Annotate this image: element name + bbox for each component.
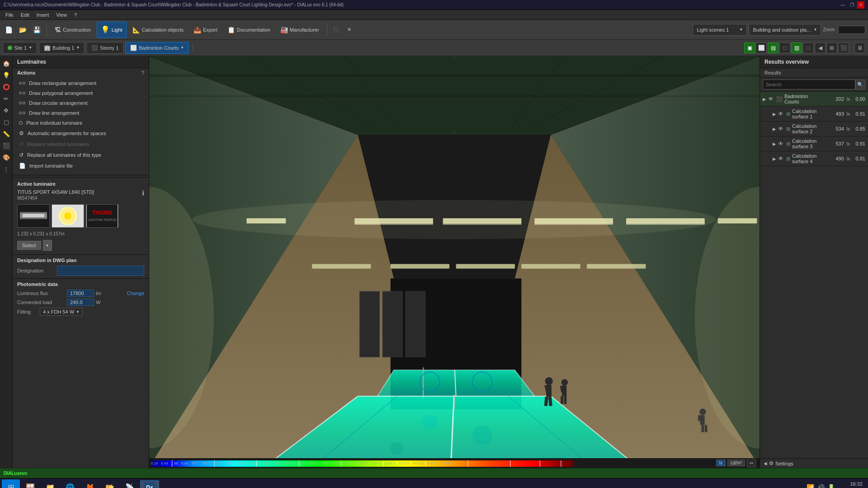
menu-view[interactable]: View — [52, 11, 71, 19]
taskbar-dialux-app[interactable]: Dx — [140, 480, 159, 488]
menu-edit[interactable]: Edit — [17, 11, 33, 19]
sidebar-more-icon[interactable]: ⋮ — [1, 164, 12, 174]
taskbar-app-3[interactable]: 🌐 — [61, 480, 80, 488]
storey-button[interactable]: ⬛ Storey 1 — [86, 42, 123, 54]
sidebar-layers-icon[interactable]: ⬛ — [1, 140, 12, 151]
tree-item-calc-surface-4[interactable]: ▶ 👁 ⊞ Calculation surface 4 490 lx 0.91 — [760, 151, 868, 166]
sidebar-palette-icon[interactable]: 🎨 — [1, 152, 12, 163]
monitor-button[interactable]: 🖥 — [854, 42, 865, 53]
unit-cdm2-button[interactable]: cd/m² — [727, 460, 745, 466]
construction-button[interactable]: 🏗 Construction — [51, 22, 95, 38]
change-button[interactable]: Change — [127, 291, 144, 296]
collapse-panel-icon[interactable]: ◀ — [764, 461, 767, 466]
tree-item-badminton-courts[interactable]: ▶ 👁 ⬛ Badminton Courts 202 lx 0.00 — [760, 92, 868, 107]
tree-expand-sub-1-icon[interactable]: ▶ — [773, 112, 776, 117]
room-button[interactable]: ⬜ Badminton Courts ▼ — [125, 42, 189, 54]
toolbar-icon-btn-1[interactable]: ⬛ — [331, 22, 344, 38]
menu-help[interactable]: ? — [71, 11, 80, 19]
tree-eye-sub-1-icon[interactable]: 👁 — [778, 111, 784, 117]
designation-input[interactable] — [57, 266, 144, 276]
sidebar-select-icon[interactable]: ▢ — [1, 117, 12, 127]
maximize-button[interactable]: ❐ — [848, 1, 855, 9]
select-arrow-icon[interactable]: ▼ — [43, 240, 52, 251]
view-btn-5[interactable]: ▧ — [791, 42, 802, 53]
menu-file[interactable]: File — [2, 11, 17, 19]
viewport[interactable]: 0.10 0.43 1.86 6.04 34.7 150.0 171.0 196… — [149, 56, 760, 468]
taskbar-app-6[interactable]: 📡 — [120, 480, 139, 488]
building-dropdown[interactable]: Building and outdoor pla... ▼ — [749, 24, 821, 36]
close-button[interactable]: ✕ — [857, 1, 864, 9]
settings-button[interactable]: ⚙ Settings — [769, 460, 793, 466]
tray-clock[interactable]: 16:32 07/09/2016 — [838, 481, 863, 488]
actions-help-icon[interactable]: ? — [142, 70, 144, 75]
sidebar-edit-icon[interactable]: ✏ — [1, 93, 12, 104]
fitting-value: 4 x FDH 54 W — [43, 309, 74, 314]
taskbar-app-2[interactable]: 📁 — [41, 480, 60, 488]
tree-expand-icon[interactable]: ▶ — [763, 97, 766, 102]
action-line[interactable]: Draw line arrangement — [13, 108, 149, 118]
taskbar-app-5[interactable]: 📂 — [100, 480, 119, 488]
light-button[interactable]: 💡 Light — [97, 22, 127, 38]
site-button[interactable]: Site 1 ▼ — [3, 42, 37, 54]
view-btn-layout[interactable]: ⊞ — [826, 42, 837, 53]
action-import[interactable]: 📄 Import luminaire file — [13, 160, 149, 171]
manufacturer-button[interactable]: 🏭 Manufacturer — [276, 22, 323, 38]
tree-calc-3-ratio: 0.91 — [852, 141, 865, 146]
tree-item-calc-surface-3[interactable]: ▶ 👁 ⊞ Calculation surface 3 537 lx 0.91 — [760, 136, 868, 151]
sidebar-home-icon[interactable]: 🏠 — [1, 58, 12, 69]
toolbar-open-button[interactable]: 📂 — [17, 22, 29, 38]
taskbar-app-4[interactable]: 🦊 — [80, 480, 99, 488]
sidebar-move-icon[interactable]: ✥ — [1, 105, 12, 116]
sidebar-measure-icon[interactable]: 📏 — [1, 128, 12, 139]
menu-insert[interactable]: Insert — [33, 11, 53, 19]
zoom-input[interactable] — [838, 26, 865, 34]
search-button[interactable]: 🔍 — [855, 80, 865, 89]
tree-expand-sub-4-icon[interactable]: ▶ — [773, 156, 776, 161]
tray-network-icon[interactable]: 📶 — [807, 484, 814, 488]
luminaire-info-icon[interactable]: ℹ — [142, 189, 144, 197]
view-btn-2[interactable]: ⬜ — [756, 42, 767, 53]
view-btn-back[interactable]: ◀ — [815, 42, 826, 53]
tree-item-calc-surface-1[interactable]: ▶ 👁 ⊞ Calculation surface 1 493 lx 0.91 — [760, 107, 868, 122]
view-btn-4[interactable]: □ — [779, 42, 790, 53]
start-button[interactable]: ⊞ — [2, 479, 20, 488]
building-nav-button[interactable]: 🏢 Building 1 ▼ — [39, 42, 85, 54]
action-individual[interactable]: Place individual luminaire — [13, 118, 149, 128]
tree-item-calc-surface-2[interactable]: ▶ 👁 ⊞ Calculation surface 2 534 lx 0.85 — [760, 122, 868, 136]
view-btn-6[interactable]: □ — [803, 42, 814, 53]
select-button[interactable]: Select — [17, 241, 41, 250]
tree-eye-sub-3-icon[interactable]: 👁 — [778, 141, 784, 147]
results-label: Results — [760, 68, 868, 78]
view-btn-1[interactable]: ▣ — [744, 42, 755, 53]
action-polygonal[interactable]: Draw polygonal arrangement — [13, 88, 149, 98]
tree-eye-sub-2-icon[interactable]: 👁 — [778, 126, 784, 132]
calc-objects-button[interactable]: 📐 Calculation objects — [128, 22, 188, 38]
toolbar-save-button[interactable]: 💾 — [31, 22, 43, 38]
tray-battery-icon[interactable]: 🔋 — [827, 484, 835, 488]
tree-expand-sub-2-icon[interactable]: ▶ — [773, 127, 776, 131]
taskbar-app-1[interactable]: 🪟 — [21, 480, 40, 488]
action-rectangular[interactable]: Draw rectangular arrangement — [13, 78, 149, 88]
action-auto[interactable]: ⚙ Automatic arrangements for spaces — [13, 128, 149, 139]
search-input[interactable] — [763, 80, 855, 89]
tree-expand-sub-3-icon[interactable]: ▶ — [773, 141, 776, 146]
active-luminaire-title: Active luminaire — [17, 181, 144, 187]
fitting-select[interactable]: 4 x FDH 54 W ▼ — [40, 308, 83, 316]
tree-eye-sub-4-icon[interactable]: 👁 — [778, 155, 784, 162]
view-btn-screen[interactable]: ⬛ — [838, 42, 849, 53]
documentation-button[interactable]: 📋 Documentation — [223, 22, 274, 38]
action-circular[interactable]: Draw circular arrangement — [13, 98, 149, 108]
expand-colorbar-icon[interactable]: ⇔ — [747, 458, 756, 467]
tree-eye-icon[interactable]: 👁 — [768, 96, 774, 102]
sidebar-light-icon[interactable]: 💡 — [1, 70, 12, 80]
light-scenes-dropdown[interactable]: Light scenes 1 ▼ — [693, 24, 747, 36]
export-button[interactable]: 📤 Export — [189, 22, 222, 38]
tray-sound-icon[interactable]: 🔊 — [817, 484, 825, 488]
unit-lx-button[interactable]: lx — [716, 460, 726, 466]
minimize-button[interactable]: — — [839, 1, 846, 9]
toolbar-new-button[interactable]: 📄 — [3, 22, 15, 38]
toolbar-icon-btn-2[interactable]: ✕ — [345, 22, 358, 38]
view-btn-3[interactable]: ▤ — [768, 42, 778, 53]
sidebar-circle-icon[interactable]: ⭕ — [1, 81, 12, 92]
action-replace-all[interactable]: ↺ Replace all luminaires of this type — [13, 150, 149, 160]
